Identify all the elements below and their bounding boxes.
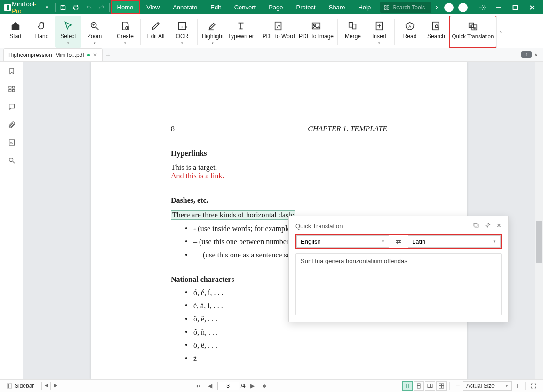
menu-tab-convert[interactable]: Convert <box>228 0 263 14</box>
svg-rect-50 <box>417 384 420 386</box>
prev-page-icon[interactable]: ◄ <box>41 382 51 390</box>
attachments-icon[interactable] <box>7 120 16 129</box>
minimize-button[interactable] <box>490 0 507 14</box>
ribbon-pdf-to-word[interactable]: WPDF to Word <box>260 16 297 48</box>
first-page-icon[interactable]: ⏮ <box>193 383 203 389</box>
cart-icon[interactable] <box>442 0 456 14</box>
sidebar-toggle-icon[interactable] <box>4 383 15 389</box>
collapse-ribbon-icon[interactable]: ∧ <box>535 52 538 57</box>
qt-target-lang-select[interactable]: Latin▼ <box>408 235 501 248</box>
ribbon-zoom[interactable]: Zoom▾ <box>81 16 108 48</box>
svg-point-4 <box>462 5 464 8</box>
view-two-continuous[interactable] <box>436 381 447 391</box>
svg-rect-37 <box>9 86 11 88</box>
ribbon-ocr[interactable]: OCROCR▾ <box>169 16 195 48</box>
ribbon-select[interactable]: Select▾ <box>55 16 81 48</box>
qt-copy-icon[interactable] <box>473 222 479 230</box>
ribbon-hand[interactable]: Hand <box>29 16 55 48</box>
last-page-icon[interactable]: ⏭ <box>260 383 270 389</box>
print-icon[interactable] <box>70 0 82 14</box>
qt-result-box: Sunt tria genera horizontalium offendas <box>295 253 502 315</box>
menu-tab-page[interactable]: Page <box>262 0 289 14</box>
menu-tab-edit[interactable]: Edit <box>204 0 227 14</box>
next-page-icon-2[interactable]: ▶ <box>248 383 258 389</box>
menu-tab-view[interactable]: View <box>140 0 166 14</box>
svg-text:W: W <box>10 141 13 144</box>
svg-rect-55 <box>442 384 444 386</box>
svg-rect-38 <box>12 86 15 88</box>
menu-tab-protect[interactable]: Protect <box>290 0 322 14</box>
selected-text[interactable]: There are three kinds of horizontal dash… <box>171 210 295 220</box>
ribbon-create[interactable]: Create▾ <box>112 16 138 48</box>
unsaved-indicator-icon <box>87 54 90 56</box>
zoom-select[interactable]: Actual Size▼ <box>463 381 512 391</box>
ribbon-start[interactable]: Start <box>2 16 29 48</box>
next-page-icon[interactable]: ► <box>51 382 60 390</box>
link-text[interactable]: And this is a link. <box>171 172 387 180</box>
zoom-in-button[interactable]: + <box>512 382 522 390</box>
ribbon-insert[interactable]: Insert▾ <box>366 16 392 48</box>
brand-dropdown-icon[interactable]: ▼ <box>43 5 51 9</box>
document-tab-name: Highcompression_MiniTo...pdf <box>8 52 84 58</box>
ribbon-typewriter[interactable]: Typewriter <box>226 16 256 48</box>
svg-text:W: W <box>276 24 280 29</box>
zoom-out-button[interactable]: − <box>453 382 463 390</box>
ribbon-highlight[interactable]: Highlight▾ <box>200 16 226 48</box>
maximize-button[interactable] <box>507 0 524 14</box>
ribbon-edit-all[interactable]: Edit All <box>143 16 169 48</box>
close-button[interactable] <box>524 0 541 14</box>
account-icon[interactable] <box>456 0 470 14</box>
close-tab-icon[interactable]: ✕ <box>93 52 97 58</box>
page-input[interactable] <box>217 382 239 390</box>
ribbon-pdf-to-image[interactable]: PDF to Image <box>297 16 335 48</box>
view-continuous[interactable] <box>414 381 424 391</box>
svg-rect-53 <box>431 384 433 388</box>
menu-tab-help[interactable]: Help <box>351 0 377 14</box>
comments-icon[interactable] <box>7 102 16 112</box>
new-tab-button[interactable]: ＋ <box>103 50 114 59</box>
list-item: ö, ë, . . . <box>185 341 387 350</box>
undo-icon[interactable] <box>82 0 95 14</box>
qt-swap-icon[interactable]: ⇄ <box>393 238 404 245</box>
svg-text:OCR: OCR <box>180 25 187 29</box>
ribbon-scroll-right[interactable]: › <box>496 16 505 48</box>
view-single-page[interactable] <box>402 381 413 391</box>
page-number: 8 <box>171 125 175 133</box>
bookmarks-icon[interactable] <box>7 66 16 76</box>
ribbon-search[interactable]: Search <box>423 16 449 48</box>
svg-rect-2 <box>385 8 387 10</box>
menu-tab-share[interactable]: Share <box>322 0 352 14</box>
chapter-title: CHAPTER 1. TEMPLATE <box>308 125 387 133</box>
vertical-scrollbar[interactable] <box>535 62 543 379</box>
list-item: ż <box>185 354 387 363</box>
svg-rect-3 <box>387 8 389 10</box>
svg-line-44 <box>13 161 15 163</box>
menu-tab-home[interactable]: Home <box>111 0 140 14</box>
qt-source-lang-select[interactable]: English▼ <box>296 235 389 248</box>
menu-tab-annotate[interactable]: Annotate <box>166 0 204 14</box>
ribbon-merge[interactable]: Merge <box>340 16 366 48</box>
ribbon-read[interactable]: ARead <box>397 16 423 48</box>
ribbon-quick-translation[interactable]: A中Quick Translation <box>449 16 496 48</box>
svg-rect-24 <box>349 23 352 27</box>
svg-rect-52 <box>428 384 430 388</box>
quick-translation-panel: Quick Translation ✕ English▼ ⇄ Latin▼ Su… <box>288 216 509 322</box>
word-icon[interactable]: W <box>7 138 16 147</box>
settings-icon[interactable] <box>476 0 490 14</box>
svg-rect-49 <box>406 384 409 388</box>
svg-rect-57 <box>442 386 444 389</box>
scrollbar-thumb[interactable] <box>536 221 542 263</box>
qt-close-icon[interactable]: ✕ <box>496 222 502 230</box>
thumbnails-icon[interactable] <box>7 84 16 94</box>
main-menu: Home View Annotate Edit Convert Page Pro… <box>111 0 378 14</box>
view-two-page[interactable] <box>425 381 435 391</box>
document-tab[interactable]: Highcompression_MiniTo...pdf ✕ <box>3 48 103 61</box>
next-tools-icon[interactable] <box>431 0 442 14</box>
fullscreen-icon[interactable] <box>528 383 539 389</box>
find-icon[interactable] <box>7 156 16 165</box>
redo-icon[interactable] <box>95 0 108 14</box>
prev-page-icon-2[interactable]: ◀ <box>205 383 216 389</box>
qt-pin-icon[interactable] <box>485 222 491 230</box>
save-icon[interactable] <box>56 0 69 14</box>
search-tools-input[interactable]: Search Tools <box>380 2 431 13</box>
